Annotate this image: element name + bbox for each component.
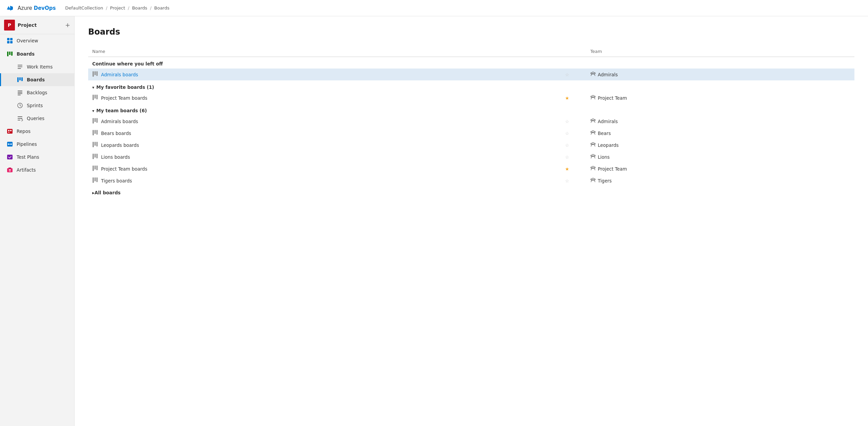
svg-rect-41 [93,95,94,100]
svg-point-75 [591,167,592,168]
queries-icon [17,115,23,122]
breadcrumb-item-1[interactable]: DefaultCollection [65,5,103,11]
team-icon [590,154,596,160]
app-logo[interactable]: Azure DevOps [5,3,56,13]
svg-rect-2 [10,38,13,40]
breadcrumb-sep-2: / [128,5,129,11]
table-row[interactable]: Project Team boards ★ Project Team [88,163,854,175]
work-items-icon [17,63,23,70]
svg-rect-55 [96,130,97,135]
svg-rect-35 [93,71,94,77]
artifacts-icon [6,167,13,173]
team-icon [590,130,596,137]
svg-rect-34 [9,171,11,171]
team-name: Lions [598,154,610,160]
star-button[interactable]: ☆ [548,69,586,80]
boards-section-icon [6,51,13,57]
collapse-chevron[interactable]: ▾ [92,109,94,113]
table-row[interactable]: Bears boards ☆ Bears [88,127,854,139]
board-grid-icon [92,118,98,125]
svg-rect-21 [18,120,20,120]
svg-point-62 [592,142,594,144]
svg-point-51 [591,119,592,121]
sidebar-section-boards[interactable]: Boards [0,47,74,60]
svg-rect-54 [95,130,96,134]
table-row[interactable]: Project Team boards ★ Project Team [88,92,854,104]
sidebar-item-artifacts[interactable]: Artifacts [0,163,74,176]
team-cell: Bears [590,130,850,137]
svg-rect-1 [7,38,9,40]
svg-rect-20 [18,118,22,119]
sidebar-item-sprints[interactable]: Sprints [0,99,74,112]
team-name: Project Team [598,166,627,172]
collapse-chevron[interactable]: ▾ [92,85,94,90]
sidebar-project[interactable]: P Project + [0,16,74,34]
sidebar-item-boards[interactable]: Boards [0,73,74,86]
sidebar-item-backlogs[interactable]: Backlogs [0,86,74,99]
breadcrumb-item-3[interactable]: Boards [132,5,147,11]
team-icon [590,166,596,172]
svg-rect-11 [17,77,19,82]
table-row[interactable]: Admirals boards ☆ Admirals [88,115,854,127]
table-row[interactable]: Lions boards ☆ Lions [88,151,854,163]
sidebar-item-work-items-label: Work Items [27,64,53,70]
board-name-link[interactable]: Admirals boards [101,72,138,77]
team-icon [590,71,596,78]
sidebar-item-work-items[interactable]: Work Items [0,60,74,73]
sidebar-item-overview[interactable]: Overview [0,34,74,47]
sidebar-item-queries[interactable]: Queries [0,112,74,125]
section-header-row[interactable]: ▾My team boards (6) [88,104,854,115]
svg-rect-14 [18,91,22,91]
svg-rect-48 [95,118,96,122]
svg-rect-37 [96,71,97,76]
boards-table: Name Team Continue where you left off Ad… [88,46,854,199]
expand-all-chevron[interactable]: ▸ [92,190,95,195]
svg-rect-49 [96,118,97,123]
star-button[interactable]: ★ [548,163,586,175]
boards-icon [17,76,23,83]
svg-point-44 [592,95,594,97]
board-grid-icon [92,94,98,101]
board-name-text: Project Team boards [101,95,147,101]
team-name: Admirals [598,72,618,77]
sidebar-item-pipelines[interactable]: Pipelines [0,138,74,151]
table-row[interactable]: Leopards boards ☆ Leopards [88,139,854,151]
board-name-cell: Project Team boards [92,165,544,172]
star-button[interactable]: ☆ [548,139,586,151]
svg-point-38 [592,72,594,74]
svg-rect-3 [7,41,9,43]
board-grid-icon [92,141,98,149]
svg-point-40 [594,73,595,74]
svg-rect-47 [93,118,94,123]
section-header-row[interactable]: ▾My favorite boards (1) [88,80,854,92]
svg-rect-19 [18,116,22,117]
team-icon [590,142,596,149]
star-button[interactable]: ★ [548,92,586,104]
svg-rect-67 [96,154,97,158]
sidebar: P Project + Overview Boards [0,16,75,426]
table-row[interactable]: Tigers boards ☆ Tigers [88,175,854,187]
star-button[interactable]: ☆ [548,175,586,187]
breadcrumb-item-2[interactable]: Project [110,5,125,11]
svg-rect-24 [10,130,12,131]
team-name: Leopards [598,142,619,148]
section-header-label: Continue where you left off [92,61,163,66]
board-name-text: Bears boards [101,131,131,136]
star-button[interactable]: ☆ [548,127,586,139]
sidebar-item-test-plans[interactable]: Test Plans [0,151,74,163]
sidebar-item-repos[interactable]: Repos [0,125,74,138]
board-name-cell: Lions boards [92,153,544,160]
sidebar-item-backlogs-label: Backlogs [27,90,47,95]
star-button[interactable]: ☆ [548,115,586,127]
all-boards-section-row[interactable]: ▸All boards [88,187,854,199]
star-button[interactable]: ☆ [548,151,586,163]
sidebar-item-pipelines-label: Pipelines [17,141,37,147]
svg-rect-43 [96,95,97,99]
breadcrumb-sep-3: / [150,5,151,11]
team-cell: Project Team [590,95,850,101]
team-name: Tigers [598,178,612,183]
table-row[interactable]: Admirals boards ☆ Admirals [88,69,854,80]
board-name-cell: Bears boards [92,130,544,137]
add-project-button[interactable]: + [65,22,70,28]
section-header-label: My favorite boards (1) [96,84,154,90]
